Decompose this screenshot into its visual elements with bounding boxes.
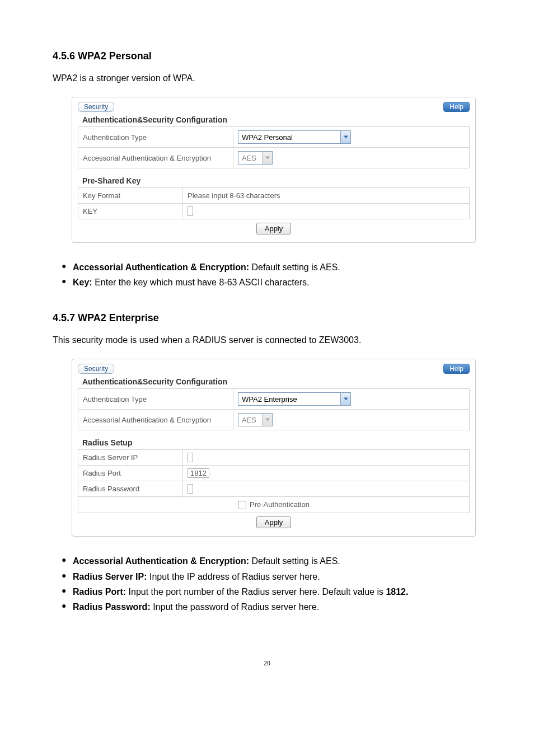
auth-type-label: Authentication Type xyxy=(78,127,233,148)
bullet-desc: Default setting is AES. xyxy=(249,556,340,566)
security-panel-wpa2-personal: Security Help Authentication&Security Co… xyxy=(72,97,476,243)
encryption-select: AES xyxy=(238,151,273,165)
chevron-down-icon xyxy=(262,152,272,164)
bullet-desc: Default setting is AES. xyxy=(249,262,340,272)
page-number: 20 xyxy=(53,659,481,668)
auth-config-heading: Authentication&Security Configuration xyxy=(82,115,470,124)
auth-type-label: Authentication Type xyxy=(78,389,233,410)
bullets-456: Accessorial Authentication & Encryption:… xyxy=(53,260,481,290)
auth-type-value: WPA2 Enterprise xyxy=(238,395,340,403)
bullet-term: Key: xyxy=(73,278,92,287)
help-button[interactable]: Help xyxy=(443,364,470,374)
intro-456: WPA2 is a stronger version of WPA. xyxy=(53,73,481,83)
security-tab[interactable]: Security xyxy=(78,364,114,374)
encryption-label: Accessorial Authentication & Encryption xyxy=(78,410,233,430)
bullet-term2: 1812. xyxy=(386,587,408,597)
keyformat-label: Key Format xyxy=(78,188,183,204)
bullet-term: Radius Port: xyxy=(73,587,126,597)
auth-config-table: Authentication Type WPA2 Enterprise Acce… xyxy=(78,388,470,430)
psk-heading: Pre-Shared Key xyxy=(82,176,470,185)
help-button[interactable]: Help xyxy=(443,102,470,112)
section-heading-456: 4.5.6 WPA2 Personal xyxy=(53,50,481,62)
bullet-term: Accessorial Authentication & Encryption: xyxy=(73,556,249,566)
intro-457: This security mode is used when a RADIUS… xyxy=(53,335,481,345)
apply-button[interactable]: Apply xyxy=(256,223,292,234)
psk-table: Key Format Please input 8-63 characters … xyxy=(78,187,470,219)
auth-config-heading: Authentication&Security Configuration xyxy=(82,377,470,386)
security-panel-wpa2-enterprise: Security Help Authentication&Security Co… xyxy=(72,359,476,537)
encryption-label: Accessorial Authentication & Encryption xyxy=(78,148,233,168)
radius-pw-input[interactable] xyxy=(188,484,193,494)
radius-ip-input[interactable] xyxy=(188,453,193,462)
section-heading-457: 4.5.7 WPA2 Enterprise xyxy=(53,312,481,324)
bullet-term: Radius Password: xyxy=(73,602,151,612)
auth-type-select[interactable]: WPA2 Enterprise xyxy=(238,392,351,406)
preauth-label: Pre-Authentication xyxy=(250,500,310,509)
bullet-desc: Input the password of Radius server here… xyxy=(151,602,320,612)
auth-config-table: Authentication Type WPA2 Personal Access… xyxy=(78,126,470,168)
bullet-desc: Input the IP address of Radius server he… xyxy=(147,572,320,581)
bullet-desc: Input the port number of the Radius serv… xyxy=(126,587,386,597)
radius-heading: Radius Setup xyxy=(82,438,470,447)
keyformat-value: Please input 8-63 characters xyxy=(183,188,470,204)
chevron-down-icon xyxy=(262,414,272,426)
chevron-down-icon xyxy=(340,393,350,405)
key-input[interactable] xyxy=(188,206,193,216)
radius-ip-label: Radius Server IP xyxy=(78,450,183,466)
encryption-select: AES xyxy=(238,413,273,426)
encryption-value: AES xyxy=(238,154,262,162)
radius-port-label: Radius Port xyxy=(78,466,183,481)
preauth-checkbox[interactable] xyxy=(238,501,246,509)
bullet-term: Accessorial Authentication & Encryption: xyxy=(73,262,249,272)
auth-type-select[interactable]: WPA2 Personal xyxy=(238,130,351,144)
radius-pw-label: Radius Password xyxy=(78,481,183,497)
bullet-term: Radius Server IP: xyxy=(73,572,147,581)
auth-type-value: WPA2 Personal xyxy=(238,133,340,142)
security-tab[interactable]: Security xyxy=(78,102,114,112)
radius-port-input[interactable]: 1812 xyxy=(188,468,209,478)
radius-table: Radius Server IP Radius Port 1812 Radius… xyxy=(78,449,470,513)
encryption-value: AES xyxy=(238,416,262,424)
bullets-457: Accessorial Authentication & Encryption:… xyxy=(53,553,481,614)
bullet-desc: Enter the key which must have 8-63 ASCII… xyxy=(92,278,310,287)
chevron-down-icon xyxy=(340,131,350,143)
key-label: KEY xyxy=(78,204,183,219)
apply-button[interactable]: Apply xyxy=(256,516,292,528)
